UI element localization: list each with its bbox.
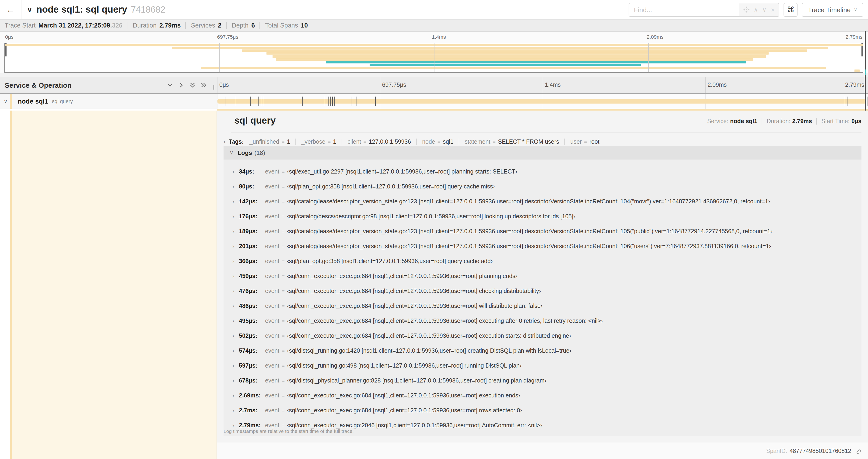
- log-row[interactable]: › 502μs: event = ‹sql/conn_executor_exec…: [223, 328, 862, 343]
- tag-key: _unfinished: [249, 138, 279, 145]
- chevron-right-icon: ›: [232, 228, 237, 235]
- collapse-all-icon[interactable]: [189, 82, 195, 88]
- log-field-key: event: [265, 198, 279, 205]
- span-service-name: node sql1: [18, 97, 48, 105]
- log-row[interactable]: › 189μs: event = ‹sql/catalog/lease/desc…: [223, 224, 862, 239]
- tag-item: _verbose = 1: [296, 138, 337, 145]
- meta-label: Trace Start: [5, 22, 36, 29]
- deep-link-icon[interactable]: [855, 448, 862, 454]
- meta-value-muted: .326: [110, 22, 123, 29]
- span-duration-bar[interactable]: [217, 99, 866, 104]
- tag-item: statement = SELECT * FROM users: [459, 138, 559, 145]
- equals-sign: =: [282, 258, 285, 264]
- minimap-span-bar: [172, 47, 829, 49]
- log-field-key: event: [265, 168, 279, 175]
- log-field-value: ‹sql/catalog/descs/descriptor.go:98 [nsq…: [287, 213, 575, 220]
- service-operation-header: Service & Operation: [0, 77, 217, 93]
- column-resize-grippy[interactable]: [213, 85, 215, 90]
- log-field-value: ‹sql/conn_executor_exec.go:2046 [nsql1,c…: [287, 422, 542, 429]
- find-clear-icon[interactable]: ×: [771, 6, 774, 13]
- log-row[interactable]: › 80μs: event = ‹sql/plan_opt.go:358 [ns…: [223, 179, 862, 194]
- minimap-span-bar: [201, 67, 826, 69]
- equals-sign: =: [282, 273, 285, 279]
- log-field-value: ‹sql/catalog/lease/descriptor_version_st…: [287, 243, 771, 250]
- chevron-right-icon: ›: [232, 273, 237, 280]
- span-row-label[interactable]: ∨ node sql1 sql query: [0, 94, 217, 109]
- log-timestamp: 80μs:: [239, 183, 265, 190]
- minimap-canvas[interactable]: [4, 43, 863, 73]
- equals-sign: =: [282, 408, 285, 413]
- log-row[interactable]: › 678μs: event = ‹sql/distsql_physical_p…: [223, 373, 862, 388]
- log-marker-tick: [328, 97, 329, 106]
- tag-key: client: [347, 138, 361, 145]
- view-selector-button[interactable]: Trace Timeline ∨: [802, 3, 863, 17]
- meta-value: 10: [301, 22, 308, 29]
- log-row[interactable]: › 176μs: event = ‹sql/catalog/descs/desc…: [223, 209, 862, 224]
- log-field-key: event: [265, 213, 279, 220]
- log-row[interactable]: › 201μs: event = ‹sql/catalog/lease/desc…: [223, 239, 862, 254]
- log-timestamp: 366μs:: [239, 258, 265, 264]
- minimap-span-bar: [273, 55, 766, 58]
- tags-list: _unfinished = 1 _verbose = 1 client = 12…: [249, 138, 599, 145]
- tag-value: sql1: [443, 138, 454, 145]
- log-row[interactable]: › 476μs: event = ‹sql/conn_executor_exec…: [223, 284, 862, 299]
- collapse-one-icon[interactable]: [167, 82, 173, 88]
- back-button[interactable]: ←: [0, 0, 22, 19]
- view-selector-label: Trace Timeline: [808, 6, 851, 13]
- keyboard-shortcuts-button[interactable]: ⌘: [784, 3, 798, 17]
- overview-item: Duration: 2.79ms: [762, 118, 812, 125]
- log-row[interactable]: › 34μs: event = ‹sql/exec_util.go:2297 […: [223, 164, 862, 179]
- ruler-time-label: 697.75μs: [382, 81, 406, 88]
- log-field-value: ‹sql/plan_opt.go:358 [nsql1,client=127.0…: [287, 258, 493, 264]
- locate-icon[interactable]: [743, 6, 749, 12]
- find-next-icon[interactable]: ∨: [762, 6, 767, 13]
- log-marker-tick: [847, 97, 847, 106]
- trace-page: ← ∨ node sql1: sql query7418682 ∧ ∨ × ⌘: [0, 0, 868, 459]
- trace-collapse-chevron-icon[interactable]: ∨: [27, 5, 32, 14]
- span-detail-title: sql query: [234, 115, 276, 126]
- equals-sign: =: [282, 288, 285, 294]
- overview-item: Start Time: 0μs: [816, 118, 862, 125]
- log-marker-tick: [333, 97, 333, 106]
- span-collapse-chevron-icon[interactable]: ∨: [4, 98, 7, 104]
- log-row[interactable]: › 574μs: event = ‹sql/distsql_running.go…: [223, 343, 862, 358]
- page-title: node sql1: sql query7418682: [36, 4, 165, 15]
- log-field-value: ‹sql/distsql_physical_planner.go:828 [ns…: [287, 378, 547, 384]
- log-field-value: ‹sql/catalog/lease/descriptor_version_st…: [287, 198, 770, 205]
- log-row[interactable]: › 495μs: event = ‹sql/conn_executor_exec…: [223, 314, 862, 328]
- expand-all-icon[interactable]: [201, 82, 207, 88]
- timeline-header-row: Service & Operation 0: [0, 77, 868, 94]
- log-timestamp: 2.69ms:: [239, 392, 265, 399]
- service-operation-title: Service & Operation: [5, 81, 72, 89]
- find-prev-icon[interactable]: ∧: [754, 6, 758, 13]
- log-row[interactable]: › 366μs: event = ‹sql/plan_opt.go:358 [n…: [223, 254, 862, 269]
- log-row[interactable]: › 142μs: event = ‹sql/catalog/lease/desc…: [223, 194, 862, 209]
- overview-label: Service:: [707, 118, 728, 125]
- equals-sign: =: [282, 139, 285, 144]
- meta-value: 2.79ms: [159, 22, 181, 29]
- log-marker-tick: [331, 97, 331, 106]
- log-marker-tick: [375, 97, 376, 106]
- detail-divider: [231, 132, 862, 132]
- equals-sign: =: [282, 214, 285, 219]
- log-timestamp: 176μs:: [239, 213, 265, 220]
- meta-label: Services: [191, 22, 215, 29]
- logs-header[interactable]: ∨ Logs (18): [223, 146, 862, 160]
- find-input[interactable]: [629, 3, 739, 16]
- log-timestamp: 476μs:: [239, 288, 265, 294]
- chevron-right-icon: ›: [232, 243, 237, 250]
- log-row[interactable]: › 2.69ms: event = ‹sql/conn_executor_exe…: [223, 388, 862, 403]
- log-field-key: event: [265, 183, 279, 190]
- chevron-right-icon: ›: [232, 168, 237, 175]
- minimap-time-label: 0μs: [5, 34, 13, 40]
- span-row-track[interactable]: [217, 94, 868, 109]
- logs-section: ∨ Logs (18) › 34μs: event = ‹sql/exec_ut…: [223, 146, 862, 436]
- log-row[interactable]: › 597μs: event = ‹sql/distsql_running.go…: [223, 358, 862, 373]
- log-row[interactable]: › 459μs: event = ‹sql/conn_executor_exec…: [223, 269, 862, 284]
- log-row[interactable]: › 486μs: event = ‹sql/conn_executor_exec…: [223, 299, 862, 314]
- log-row[interactable]: › 2.7ms: event = ‹sql/conn_executor_exec…: [223, 403, 862, 418]
- log-timestamp: 2.7ms:: [239, 407, 265, 414]
- expand-one-icon[interactable]: [178, 82, 184, 88]
- tags-row[interactable]: › Tags: _unfinished = 1 _verbose = 1: [223, 137, 862, 147]
- log-timestamp: 502μs:: [239, 333, 265, 339]
